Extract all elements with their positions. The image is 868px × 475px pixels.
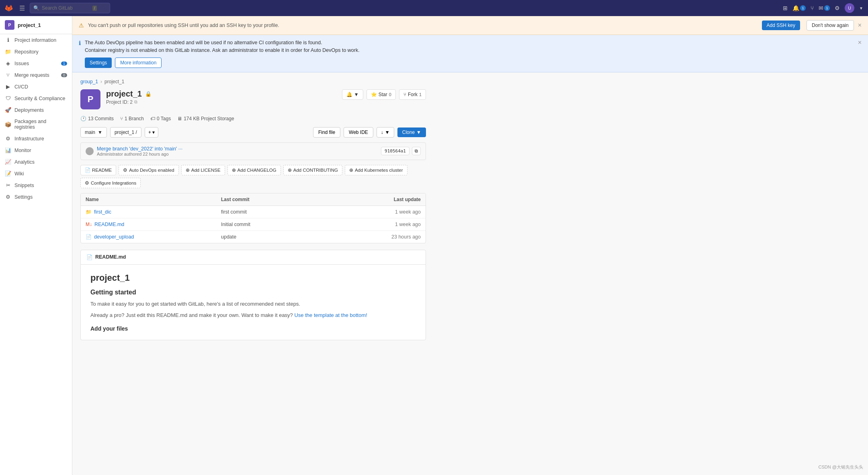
- sidebar-label-deployments: Deployments: [14, 107, 44, 113]
- sidebar-item-monitor[interactable]: 📊 Monitor: [0, 144, 72, 156]
- merge-icon[interactable]: ⑂: [811, 5, 814, 11]
- file-name-readme[interactable]: M↓ README.md: [86, 222, 221, 227]
- slash-shortcut: /: [92, 6, 97, 11]
- devops-alert-body: The Auto DevOps pipeline has been enable…: [85, 39, 854, 68]
- add-file-button[interactable]: + ▾: [145, 127, 158, 138]
- add-contributing-icon: ⊕: [288, 167, 292, 173]
- find-file-button[interactable]: Find file: [313, 127, 340, 138]
- download-button[interactable]: ↓ ▼: [377, 127, 394, 138]
- configure-integrations-label: Configure Integrations: [91, 181, 136, 185]
- project-avatar: P: [80, 89, 100, 109]
- commit-meta: Administrator authored 22 hours ago: [97, 152, 182, 156]
- avatar[interactable]: U: [845, 3, 854, 13]
- sidebar-item-security[interactable]: 🛡 Security & Compliance: [0, 93, 72, 104]
- search-input[interactable]: [42, 5, 90, 11]
- devops-settings-button[interactable]: Settings: [85, 58, 112, 68]
- breadcrumb-separator: ›: [100, 79, 102, 84]
- info-icon: ℹ: [5, 37, 11, 43]
- bell-icon[interactable]: 🔔1: [792, 5, 806, 11]
- web-ide-button[interactable]: Web IDE: [344, 127, 373, 138]
- sidebar-item-packages[interactable]: 📦 Packages and registries: [0, 116, 72, 133]
- path-display: project_1 /: [110, 127, 141, 138]
- project-id-text: Project ID: 2: [106, 99, 133, 105]
- ssh-alert-close-icon[interactable]: ×: [858, 22, 862, 29]
- file-name-developer-upload[interactable]: 📄 developer_upload: [86, 234, 221, 240]
- grid-icon[interactable]: ⊞: [783, 5, 788, 11]
- copy-hash-button[interactable]: ⧉: [412, 147, 421, 155]
- readme-icon: 📄: [85, 167, 90, 173]
- mail-icon[interactable]: ✉1: [819, 5, 830, 11]
- settings-sidebar-icon: ⚙: [5, 194, 11, 200]
- sidebar-item-merge-requests[interactable]: ⑂ Merge requests 0: [0, 69, 72, 81]
- deployments-icon: 🚀: [5, 107, 11, 113]
- branch-selector[interactable]: main ▼: [80, 127, 107, 138]
- branch-icon: ⑂: [120, 116, 123, 121]
- sidebar-item-cicd[interactable]: ▶ CI/CD: [0, 81, 72, 93]
- add-changelog-button[interactable]: ⊕ Add CHANGELOG: [227, 165, 281, 175]
- more-information-button[interactable]: More information: [115, 58, 162, 68]
- configure-integrations-icon: ⚙: [85, 180, 89, 186]
- star-button[interactable]: ⭐ Star 0: [366, 89, 396, 100]
- readme-file-icon: 📄: [86, 254, 93, 260]
- sidebar-item-repository[interactable]: 📁 Repository: [0, 46, 72, 58]
- ssh-alert: ⚠ You can't push or pull repositories us…: [72, 16, 868, 35]
- file-name-text: developer_upload: [94, 234, 134, 240]
- settings-icon[interactable]: ⚙: [835, 5, 840, 11]
- sidebar-item-settings[interactable]: ⚙ Settings: [0, 191, 72, 203]
- sidebar-item-project-information[interactable]: ℹ Project information: [0, 34, 72, 46]
- sidebar-label-project-information: Project information: [14, 37, 56, 43]
- search-bar[interactable]: 🔍 /: [30, 3, 110, 13]
- sidebar-item-deployments[interactable]: 🚀 Deployments: [0, 104, 72, 116]
- download-dropdown-icon: ▼: [385, 130, 390, 135]
- configure-integrations-button[interactable]: ⚙ Configure Integrations: [80, 178, 141, 188]
- commit-author: Administrator: [97, 152, 123, 156]
- readme-button[interactable]: 📄 README: [80, 165, 116, 175]
- commits-icon: 🕐: [80, 116, 86, 121]
- breadcrumb-group[interactable]: group_1: [80, 79, 98, 84]
- clone-button[interactable]: Clone ▼: [397, 127, 426, 137]
- ssh-alert-text: You can't push or pull repositories usin…: [88, 23, 758, 28]
- nav-icons: ⊞ 🔔1 ⑂ ✉1 ⚙ U ▼: [783, 3, 863, 13]
- add-ssh-key-button[interactable]: Add SSH key: [762, 21, 800, 30]
- monitor-icon: 📊: [5, 147, 11, 153]
- project-content: group_1 › project_1 P project_1 🔒 Projec…: [72, 72, 434, 347]
- sidebar-item-issues[interactable]: ◈ Issues 1: [0, 58, 72, 69]
- add-license-button[interactable]: ⊕ Add LICENSE: [181, 165, 225, 175]
- avatar-dropdown-icon[interactable]: ▼: [859, 6, 863, 10]
- sidebar-item-analytics[interactable]: 📈 Analytics: [0, 156, 72, 168]
- devops-alert-close-icon[interactable]: ×: [858, 39, 862, 46]
- storage-icon: 🖥: [177, 116, 182, 121]
- autodevops-button[interactable]: ⚙ Auto DevOps enabled: [119, 165, 179, 175]
- add-kubernetes-button[interactable]: ⊕ Add Kubernetes cluster: [345, 165, 407, 175]
- project-actions: 🔔 ▼ ⭐ Star 0 ⑂ Fork 1: [342, 89, 426, 100]
- merge-requests-icon: ⑂: [5, 72, 11, 78]
- stat-commits[interactable]: 🕐 13 Commits: [80, 116, 114, 121]
- add-contributing-button[interactable]: ⊕ Add CONTRIBUTING: [283, 165, 342, 175]
- sidebar-item-infrastructure[interactable]: ⚙ Infrastructure: [0, 133, 72, 144]
- gitlab-logo-icon: [5, 4, 13, 12]
- stat-branch[interactable]: ⑂ 1 Branch: [120, 116, 144, 121]
- readme-filename: README.md: [95, 254, 126, 260]
- readme-template-link[interactable]: Use the template at the bottom!: [294, 312, 367, 318]
- dont-show-again-button[interactable]: Don't show again: [807, 20, 854, 31]
- sidebar-item-wiki[interactable]: 📝 Wiki: [0, 168, 72, 179]
- stat-tags[interactable]: 🏷 0 Tags: [150, 116, 171, 121]
- issues-icon: ◈: [5, 60, 11, 66]
- file-table: Name Last commit Last update 📁 first_dic…: [80, 193, 426, 243]
- commit-ellipsis[interactable]: ···: [178, 146, 182, 152]
- commit-message[interactable]: Merge branch 'dev_2022' into 'main' ···: [97, 146, 182, 152]
- fork-icon: ⑂: [403, 92, 406, 97]
- commit-hash[interactable]: 910564a1: [381, 147, 409, 155]
- fork-button[interactable]: ⑂ Fork 1: [399, 89, 426, 100]
- security-icon: 🛡: [5, 95, 11, 101]
- copy-project-id-icon[interactable]: ⧉: [134, 99, 137, 105]
- notifications-button[interactable]: 🔔 ▼: [342, 89, 363, 100]
- file-name-first-dic[interactable]: 📁 first_dic: [86, 209, 221, 215]
- sidebar-project[interactable]: P project_1: [0, 16, 72, 34]
- project-icon: P: [5, 20, 14, 30]
- star-label: Star: [379, 92, 387, 97]
- add-license-icon: ⊕: [186, 167, 190, 173]
- hamburger-icon[interactable]: ☰: [18, 3, 27, 14]
- sidebar-item-snippets[interactable]: ✂ Snippets: [0, 179, 72, 191]
- mail-badge: 1: [824, 5, 830, 11]
